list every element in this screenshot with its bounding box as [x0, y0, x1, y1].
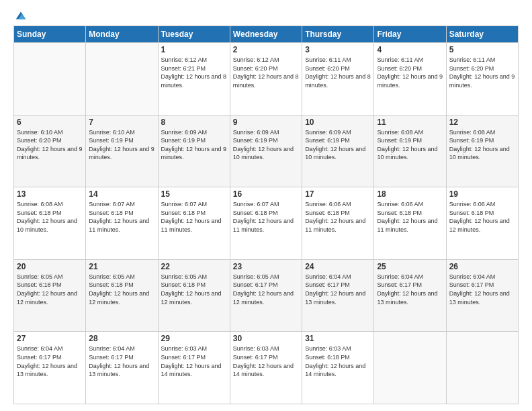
header — [13, 11, 519, 19]
day-number: 24 — [305, 262, 371, 271]
day-cell: 1Sunrise: 6:12 AMSunset: 6:21 PMDaylight… — [158, 43, 230, 116]
header-friday: Friday — [374, 26, 446, 43]
day-number: 14 — [89, 189, 154, 199]
day-cell: 25Sunrise: 6:04 AMSunset: 6:17 PMDayligh… — [374, 259, 446, 332]
week-row-3: 20Sunrise: 6:05 AMSunset: 6:18 PMDayligh… — [14, 259, 519, 332]
day-number: 15 — [161, 189, 227, 199]
day-info: Sunrise: 6:09 AMSunset: 6:19 PMDaylight:… — [161, 128, 227, 162]
day-cell: 6Sunrise: 6:10 AMSunset: 6:20 PMDaylight… — [14, 115, 86, 187]
day-number: 13 — [17, 189, 83, 199]
day-cell: 21Sunrise: 6:05 AMSunset: 6:18 PMDayligh… — [86, 259, 158, 332]
day-info: Sunrise: 6:05 AMSunset: 6:17 PMDaylight:… — [233, 273, 299, 306]
day-number: 31 — [305, 334, 371, 343]
day-number: 7 — [89, 118, 154, 127]
day-cell: 22Sunrise: 6:05 AMSunset: 6:18 PMDayligh… — [158, 259, 230, 332]
day-cell: 17Sunrise: 6:06 AMSunset: 6:18 PMDayligh… — [302, 187, 374, 260]
day-cell: 2Sunrise: 6:12 AMSunset: 6:20 PMDaylight… — [230, 43, 302, 116]
day-cell: 7Sunrise: 6:10 AMSunset: 6:19 PMDaylight… — [86, 115, 158, 187]
day-cell — [14, 43, 86, 116]
day-number: 16 — [233, 189, 299, 199]
day-cell: 3Sunrise: 6:11 AMSunset: 6:20 PMDaylight… — [302, 43, 374, 116]
day-cell: 14Sunrise: 6:07 AMSunset: 6:18 PMDayligh… — [86, 187, 158, 260]
day-cell: 15Sunrise: 6:07 AMSunset: 6:18 PMDayligh… — [158, 187, 230, 260]
day-info: Sunrise: 6:06 AMSunset: 6:18 PMDaylight:… — [449, 200, 515, 234]
day-cell — [446, 332, 518, 404]
day-info: Sunrise: 6:04 AMSunset: 6:17 PMDaylight:… — [17, 345, 83, 378]
day-number: 20 — [17, 262, 83, 271]
day-info: Sunrise: 6:07 AMSunset: 6:18 PMDaylight:… — [233, 200, 299, 234]
day-info: Sunrise: 6:12 AMSunset: 6:20 PMDaylight:… — [233, 56, 299, 89]
day-cell: 27Sunrise: 6:04 AMSunset: 6:17 PMDayligh… — [14, 332, 86, 404]
header-tuesday: Tuesday — [158, 26, 230, 43]
day-cell: 12Sunrise: 6:08 AMSunset: 6:19 PMDayligh… — [446, 115, 518, 187]
day-number: 22 — [161, 262, 227, 271]
day-number: 17 — [305, 189, 371, 199]
day-number: 21 — [89, 262, 154, 271]
day-info: Sunrise: 6:11 AMSunset: 6:20 PMDaylight:… — [377, 56, 443, 89]
day-info: Sunrise: 6:07 AMSunset: 6:18 PMDaylight:… — [161, 200, 227, 234]
day-number: 25 — [377, 262, 443, 271]
day-info: Sunrise: 6:09 AMSunset: 6:19 PMDaylight:… — [233, 128, 299, 162]
calendar-page: SundayMondayTuesdayWednesdayThursdayFrid… — [0, 0, 532, 411]
day-number: 30 — [233, 334, 299, 343]
day-info: Sunrise: 6:06 AMSunset: 6:18 PMDaylight:… — [305, 200, 371, 234]
header-monday: Monday — [86, 26, 158, 43]
day-cell: 26Sunrise: 6:04 AMSunset: 6:17 PMDayligh… — [446, 259, 518, 332]
day-info: Sunrise: 6:03 AMSunset: 6:17 PMDaylight:… — [161, 345, 227, 378]
day-info: Sunrise: 6:08 AMSunset: 6:19 PMDaylight:… — [377, 128, 443, 162]
day-cell: 23Sunrise: 6:05 AMSunset: 6:17 PMDayligh… — [230, 259, 302, 332]
day-info: Sunrise: 6:05 AMSunset: 6:18 PMDaylight:… — [89, 273, 154, 306]
day-number: 29 — [161, 334, 227, 343]
day-number: 12 — [449, 118, 515, 127]
day-number: 26 — [449, 262, 515, 271]
day-cell: 5Sunrise: 6:11 AMSunset: 6:20 PMDaylight… — [446, 43, 518, 116]
day-cell — [86, 43, 158, 116]
day-cell: 20Sunrise: 6:05 AMSunset: 6:18 PMDayligh… — [14, 259, 86, 332]
day-info: Sunrise: 6:08 AMSunset: 6:18 PMDaylight:… — [17, 200, 83, 234]
day-cell: 18Sunrise: 6:06 AMSunset: 6:18 PMDayligh… — [374, 187, 446, 260]
day-cell: 24Sunrise: 6:04 AMSunset: 6:17 PMDayligh… — [302, 259, 374, 332]
day-info: Sunrise: 6:05 AMSunset: 6:18 PMDaylight:… — [161, 273, 227, 306]
day-info: Sunrise: 6:10 AMSunset: 6:20 PMDaylight:… — [17, 128, 83, 162]
day-info: Sunrise: 6:04 AMSunset: 6:17 PMDaylight:… — [305, 273, 371, 306]
header-saturday: Saturday — [446, 26, 518, 43]
day-info: Sunrise: 6:12 AMSunset: 6:21 PMDaylight:… — [161, 56, 227, 89]
day-number: 5 — [449, 45, 515, 54]
day-number: 2 — [233, 45, 299, 54]
day-info: Sunrise: 6:10 AMSunset: 6:19 PMDaylight:… — [89, 128, 154, 162]
day-info: Sunrise: 6:08 AMSunset: 6:19 PMDaylight:… — [449, 128, 515, 162]
day-cell: 9Sunrise: 6:09 AMSunset: 6:19 PMDaylight… — [230, 115, 302, 187]
week-row-2: 13Sunrise: 6:08 AMSunset: 6:18 PMDayligh… — [14, 187, 519, 260]
day-cell: 30Sunrise: 6:03 AMSunset: 6:17 PMDayligh… — [230, 332, 302, 404]
day-number: 4 — [377, 45, 443, 54]
day-info: Sunrise: 6:11 AMSunset: 6:20 PMDaylight:… — [449, 56, 515, 89]
day-number: 9 — [233, 118, 299, 127]
day-number: 3 — [305, 45, 371, 54]
day-number: 6 — [17, 118, 83, 127]
day-info: Sunrise: 6:09 AMSunset: 6:19 PMDaylight:… — [305, 128, 371, 162]
day-info: Sunrise: 6:03 AMSunset: 6:18 PMDaylight:… — [305, 345, 371, 378]
day-cell: 19Sunrise: 6:06 AMSunset: 6:18 PMDayligh… — [446, 187, 518, 260]
day-info: Sunrise: 6:05 AMSunset: 6:18 PMDaylight:… — [17, 273, 83, 306]
day-cell: 10Sunrise: 6:09 AMSunset: 6:19 PMDayligh… — [302, 115, 374, 187]
logo-icon — [15, 9, 27, 21]
day-cell: 8Sunrise: 6:09 AMSunset: 6:19 PMDaylight… — [158, 115, 230, 187]
day-info: Sunrise: 6:04 AMSunset: 6:17 PMDaylight:… — [89, 345, 154, 378]
day-number: 23 — [233, 262, 299, 271]
day-number: 10 — [305, 118, 371, 127]
day-cell: 29Sunrise: 6:03 AMSunset: 6:17 PMDayligh… — [158, 332, 230, 404]
week-row-1: 6Sunrise: 6:10 AMSunset: 6:20 PMDaylight… — [14, 115, 519, 187]
day-number: 1 — [161, 45, 227, 54]
day-header-row: SundayMondayTuesdayWednesdayThursdayFrid… — [14, 26, 519, 43]
day-cell: 31Sunrise: 6:03 AMSunset: 6:18 PMDayligh… — [302, 332, 374, 404]
week-row-4: 27Sunrise: 6:04 AMSunset: 6:17 PMDayligh… — [14, 332, 519, 404]
day-number: 19 — [449, 189, 515, 199]
day-number: 27 — [17, 334, 83, 343]
day-cell: 28Sunrise: 6:04 AMSunset: 6:17 PMDayligh… — [86, 332, 158, 404]
day-number: 28 — [89, 334, 154, 343]
header-thursday: Thursday — [302, 26, 374, 43]
day-info: Sunrise: 6:06 AMSunset: 6:18 PMDaylight:… — [377, 200, 443, 234]
calendar-table: SundayMondayTuesdayWednesdayThursdayFrid… — [13, 26, 519, 404]
day-cell: 16Sunrise: 6:07 AMSunset: 6:18 PMDayligh… — [230, 187, 302, 260]
day-info: Sunrise: 6:07 AMSunset: 6:18 PMDaylight:… — [89, 200, 154, 234]
